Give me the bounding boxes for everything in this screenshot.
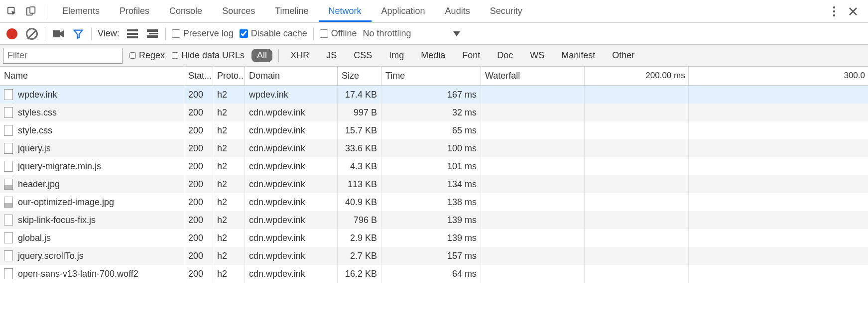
- cell-waterfall: [481, 193, 868, 211]
- tab-application[interactable]: Application: [372, 1, 435, 22]
- preserve-log-input[interactable]: [172, 29, 180, 38]
- request-row[interactable]: skip-link-focus-fix.js200h2cdn.wpdev.ink…: [0, 211, 868, 229]
- cell-time: 100 ms: [381, 139, 481, 157]
- tick-line: [688, 157, 689, 175]
- cell-waterfall: [481, 247, 868, 265]
- cell-time: 167 ms: [381, 86, 481, 104]
- tab-sources[interactable]: Sources: [212, 1, 265, 22]
- filter-type-ws[interactable]: WS: [524, 49, 550, 62]
- svg-point-4: [833, 10, 835, 12]
- tick-line: [688, 121, 689, 139]
- col-status[interactable]: Stat...: [184, 67, 213, 85]
- request-row[interactable]: header.jpg200h2cdn.wpdev.ink113 KB134 ms: [0, 175, 868, 193]
- cell-time: 138 ms: [381, 193, 481, 211]
- request-row[interactable]: our-optimized-image.jpg200h2cdn.wpdev.in…: [0, 193, 868, 211]
- svg-rect-11: [149, 33, 158, 34]
- cell-waterfall: [481, 157, 868, 175]
- filter-type-img[interactable]: Img: [383, 49, 409, 62]
- file-name: wpdev.ink: [18, 90, 57, 100]
- clear-icon[interactable]: [25, 27, 39, 41]
- device-toggle-icon[interactable]: [23, 3, 39, 19]
- request-row[interactable]: wpdev.ink200h2wpdev.ink17.4 KB167 ms: [0, 86, 868, 104]
- cell-size: 2.7 KB: [338, 247, 381, 265]
- hide-data-urls-label: Hide data URLs: [181, 50, 245, 61]
- col-name[interactable]: Name: [0, 67, 184, 85]
- filter-type-font[interactable]: Font: [457, 49, 486, 62]
- file-name: header.jpg: [18, 179, 60, 190]
- tab-audits[interactable]: Audits: [435, 1, 480, 22]
- view-large-icon[interactable]: [145, 27, 159, 41]
- cell-name: global.js: [0, 229, 184, 247]
- close-icon[interactable]: [845, 3, 861, 19]
- kebab-menu-icon[interactable]: [826, 3, 842, 19]
- camera-icon[interactable]: [51, 27, 65, 41]
- request-row[interactable]: global.js200h2cdn.wpdev.ink2.9 KB139 ms: [0, 229, 868, 247]
- tick-line: [584, 229, 585, 247]
- svg-rect-8: [127, 33, 138, 35]
- request-row[interactable]: styles.css200h2cdn.wpdev.ink997 B32 ms: [0, 104, 868, 121]
- filter-type-media[interactable]: Media: [415, 49, 451, 62]
- file-name: styles.css: [18, 108, 57, 118]
- request-row[interactable]: jquery.js200h2cdn.wpdev.ink33.6 KB100 ms: [0, 139, 868, 157]
- tab-timeline[interactable]: Timeline: [265, 1, 318, 22]
- tab-security[interactable]: Security: [480, 1, 532, 22]
- regex-label: Regex: [139, 50, 165, 61]
- tick-label: 300.0: [844, 71, 865, 81]
- filter-type-all[interactable]: All: [251, 49, 272, 62]
- inspect-icon[interactable]: [4, 3, 20, 19]
- document-file-icon: [4, 268, 13, 279]
- disable-cache-checkbox[interactable]: Disable cache: [240, 28, 307, 39]
- tick-line: [584, 211, 585, 229]
- request-row[interactable]: style.css200h2cdn.wpdev.ink15.7 KB65 ms: [0, 121, 868, 139]
- filter-type-manifest[interactable]: Manifest: [556, 49, 601, 62]
- preserve-log-checkbox[interactable]: Preserve log: [172, 28, 234, 39]
- filter-icon[interactable]: [71, 27, 85, 41]
- disable-cache-input[interactable]: [240, 29, 248, 38]
- cell-size: 15.7 KB: [338, 121, 381, 139]
- col-waterfall[interactable]: Waterfall 200.00 ms300.0: [481, 67, 868, 85]
- cell-size: 16.2 KB: [338, 265, 381, 283]
- cell-protocol: h2: [213, 247, 245, 265]
- view-list-icon[interactable]: [125, 27, 139, 41]
- tick-line: [688, 229, 689, 247]
- filter-type-xhr[interactable]: XHR: [285, 49, 315, 62]
- hide-data-urls-checkbox[interactable]: Hide data URLs: [172, 50, 245, 61]
- col-time[interactable]: Time: [381, 67, 481, 85]
- tab-console[interactable]: Console: [159, 1, 212, 22]
- regex-input[interactable]: [129, 52, 136, 59]
- filter-type-css[interactable]: CSS: [348, 49, 377, 62]
- cell-domain: cdn.wpdev.ink: [245, 157, 338, 175]
- request-row[interactable]: jquery.scrollTo.js200h2cdn.wpdev.ink2.7 …: [0, 247, 868, 265]
- divider: [47, 4, 47, 18]
- col-size[interactable]: Size: [338, 67, 381, 85]
- cell-protocol: h2: [213, 265, 245, 283]
- record-button[interactable]: [5, 27, 19, 41]
- cell-name: styles.css: [0, 104, 184, 121]
- filter-type-doc[interactable]: Doc: [492, 49, 518, 62]
- offline-checkbox[interactable]: Offline: [320, 28, 357, 39]
- request-row[interactable]: jquery-migrate.min.js200h2cdn.wpdev.ink4…: [0, 157, 868, 175]
- throttling-select[interactable]: No throttling: [363, 28, 460, 39]
- regex-checkbox[interactable]: Regex: [129, 50, 165, 61]
- document-file-icon: [4, 143, 13, 154]
- tick-line: [584, 265, 585, 283]
- filter-input[interactable]: [3, 48, 123, 64]
- tick-line: [584, 86, 585, 104]
- cell-status: 200: [184, 193, 213, 211]
- col-domain[interactable]: Domain: [245, 67, 338, 85]
- document-file-icon: [4, 125, 13, 136]
- hide-data-urls-input[interactable]: [172, 52, 178, 59]
- tab-elements[interactable]: Elements: [52, 1, 110, 22]
- tick-label: 200.00 ms: [645, 71, 685, 81]
- file-name: jquery.js: [18, 143, 51, 154]
- filter-type-js[interactable]: JS: [321, 49, 342, 62]
- svg-point-5: [833, 14, 835, 16]
- tab-network[interactable]: Network: [319, 1, 372, 22]
- file-name: style.css: [18, 125, 52, 136]
- tab-profiles[interactable]: Profiles: [110, 1, 159, 22]
- cell-time: 134 ms: [381, 175, 481, 193]
- filter-type-other[interactable]: Other: [607, 49, 640, 62]
- offline-input[interactable]: [320, 29, 328, 38]
- col-protocol[interactable]: Proto..: [213, 67, 245, 85]
- request-row[interactable]: open-sans-v13-latin-700.woff2200h2cdn.wp…: [0, 265, 868, 283]
